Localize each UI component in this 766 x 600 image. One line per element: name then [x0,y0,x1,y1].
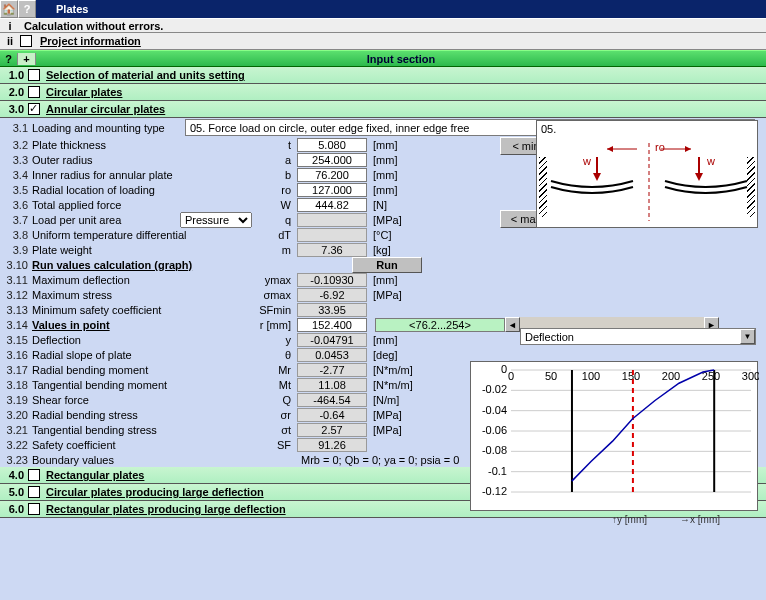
section-1-0[interactable]: 1.0 Selection of material and units sett… [0,67,766,84]
svg-text:200: 200 [662,370,680,382]
section-3-0[interactable]: 3.0 Annular circular plates [0,101,766,118]
boundary-values-text: Mrb = 0; Qb = 0; ya = 0; psia = 0 [297,454,459,466]
run-values-label: Run values calculation (graph) [32,259,352,271]
expand-button[interactable]: + [18,53,36,65]
section-2-label: Circular plates [46,86,122,98]
project-info-label: Project information [40,35,141,47]
row-label: Maximum deflection [32,274,252,286]
help-button[interactable]: ? [0,53,18,65]
value-r322: 91.26 [297,438,367,452]
chart-y-axis-label: ↑y [mm] [612,514,647,525]
scroll-left-button[interactable]: ◄ [505,317,520,332]
section-4-checkbox[interactable] [28,469,40,481]
svg-text:-0.02: -0.02 [482,383,507,395]
value-r35[interactable]: 127.000 [297,183,367,197]
status-i-text: Calculation without errors. [24,20,163,32]
svg-text:-0.08: -0.08 [482,444,507,456]
value-r34[interactable]: 76.200 [297,168,367,182]
diagram-w-label-left: w [582,155,591,167]
svg-text:-0.04: -0.04 [482,404,507,416]
diagram-w-label-right: w [706,155,715,167]
value-r311: -0.10930 [297,273,367,287]
point-r-input[interactable]: 152.400 [297,318,367,332]
section-1-checkbox[interactable] [28,69,40,81]
section-4-label: Rectangular plates [46,469,144,481]
value-r312: -6.92 [297,288,367,302]
row-label: Radial slope of plate [32,349,252,361]
svg-text:150: 150 [622,370,640,382]
section-3-checkbox[interactable] [28,103,40,115]
value-r321: 2.57 [297,423,367,437]
row-label: Outer radius [32,154,252,166]
svg-text:-0.12: -0.12 [482,485,507,497]
point-r-range: <76.2...254> [375,318,505,332]
row-label: Plate thickness [32,139,252,151]
row-label: Safety coefficient [32,439,252,451]
section-5-checkbox[interactable] [28,486,40,498]
window-title: Plates [56,3,88,15]
fixed-edge-right-icon [747,157,755,217]
section-5-label: Circular plates producing large deflecti… [46,486,264,498]
svg-marker-4 [607,146,613,152]
chart-type-dropdown[interactable]: Deflection ▼ [520,328,756,345]
value-r318: 11.08 [297,378,367,392]
deflection-chart: 0-0.02-0.04-0.06-0.08-0.1-0.120501001502… [470,361,758,511]
value-r33[interactable]: 254.000 [297,153,367,167]
run-button[interactable]: Run [352,257,422,273]
section-3-body: 3.1 Loading and mounting type 05. Force … [0,118,766,467]
load-mode-dropdown[interactable]: Pressure [180,212,252,228]
values-in-point-label: Values in point [32,319,252,331]
value-r320: -0.64 [297,408,367,422]
row-label: Maximum stress [32,289,252,301]
input-section-label: Input section [36,53,766,65]
row-label: Uniform temperature differential [32,229,252,241]
svg-marker-8 [695,173,703,181]
svg-text:0: 0 [508,370,514,382]
value-r316: 0.0453 [297,348,367,362]
svg-text:100: 100 [582,370,600,382]
value-r36[interactable]: 444.82 [297,198,367,212]
status-ii-num: ii [0,35,20,47]
row-label: Deflection [32,334,252,346]
chart-x-axis-label: →x [mm] [680,514,720,525]
row-label: Radial bending moment [32,364,252,376]
section-6-checkbox[interactable] [28,503,40,515]
row-label: Minimum safety coefficient [32,304,252,316]
input-section-header: ? + Input section [0,50,766,67]
status-i-num: i [0,20,20,32]
svg-text:50: 50 [545,370,557,382]
value-r39: 7.36 [297,243,367,257]
chevron-down-icon[interactable]: ▼ [740,329,755,344]
value-r317: -2.77 [297,363,367,377]
boundary-values-label: Boundary values [32,454,252,466]
value-r313: 33.95 [297,303,367,317]
value-r32[interactable]: 5.080 [297,138,367,152]
value-r38 [297,228,367,242]
row-label: Radial location of loading [32,184,252,196]
section-1-label: Selection of material and units setting [46,69,245,81]
section-6-label: Rectangular plates producing large defle… [46,503,286,515]
row-label: Inner radius for annular plate [32,169,252,181]
svg-marker-6 [593,173,601,181]
diagram-ro-label: ro [655,141,665,153]
value-r319: -464.54 [297,393,367,407]
help-icon[interactable]: ? [18,0,36,18]
section-2-0[interactable]: 2.0 Circular plates [0,84,766,101]
title-bar: 🏠 ? Plates [0,0,766,18]
row-label: Plate weight [32,244,252,256]
fixed-edge-left-icon [539,157,547,217]
row-label: Total applied force [32,199,252,211]
project-info-checkbox[interactable] [20,35,32,47]
row-label: Shear force [32,394,252,406]
section-3-label: Annular circular plates [46,103,165,115]
loading-diagram: 05. ro w w [536,120,758,228]
svg-text:300: 300 [742,370,759,382]
row-label: Tangential bending stress [32,424,252,436]
svg-text:-0.06: -0.06 [482,424,507,436]
value-r315: -0.04791 [297,333,367,347]
row-label: Radial bending stress [32,409,252,421]
app-icon[interactable]: 🏠 [0,0,18,18]
status-line-i: i Calculation without errors. [0,18,766,33]
section-2-checkbox[interactable] [28,86,40,98]
svg-marker-2 [685,146,691,152]
